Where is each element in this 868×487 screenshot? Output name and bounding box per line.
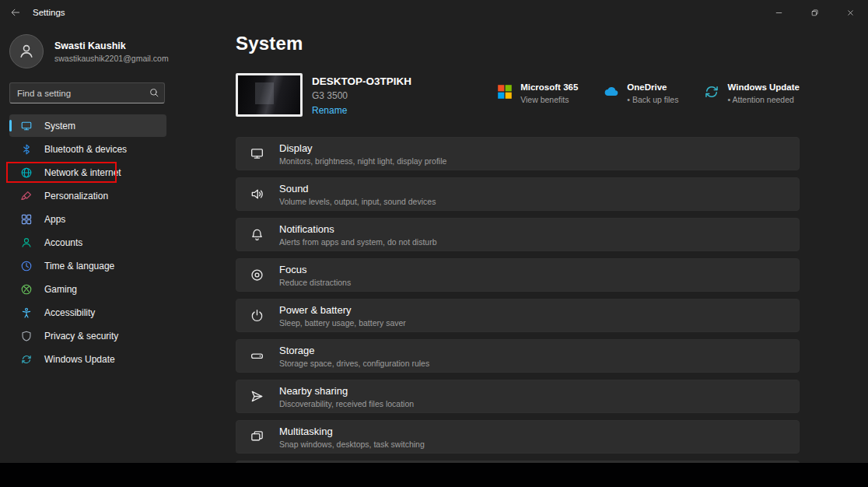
chevron-right-icon: [778, 351, 788, 361]
settings-row-subtitle: Monitors, brightness, night light, displ…: [279, 156, 446, 166]
sidebar-item-label: Accounts: [44, 237, 82, 248]
settings-row-notifications[interactable]: Notifications Alerts from apps and syste…: [236, 218, 800, 251]
status-card-title: Windows Update: [727, 82, 800, 92]
sidebar-item-privacy-security[interactable]: Privacy & security: [9, 324, 166, 347]
settings-row-subtitle: Snap windows, desktops, task switching: [279, 440, 425, 449]
shield-icon: [20, 330, 33, 342]
sidebar-item-label: Gaming: [44, 284, 77, 295]
accessibility-icon: [20, 307, 33, 319]
settings-row-subtitle: Alerts from apps and system, do not dist…: [279, 237, 437, 247]
close-icon: [846, 9, 855, 17]
maximize-restore-button[interactable]: [796, 0, 832, 25]
monitor-icon: [20, 120, 33, 132]
chevron-right-icon: [778, 310, 788, 321]
device-section: DESKTOP-O3TPIKH G3 3500 Rename Microsoft…: [236, 73, 800, 117]
titlebar: Settings: [0, 0, 868, 25]
sidebar-item-time-language[interactable]: Time & language: [9, 254, 166, 277]
sidebar-item-label: Privacy & security: [44, 331, 118, 342]
sidebar-item-label: Accessibility: [44, 307, 95, 318]
sidebar-item-accounts[interactable]: Accounts: [9, 231, 166, 254]
back-arrow-icon: [10, 7, 21, 18]
settings-rows: Display Monitors, brightness, night ligh…: [236, 137, 800, 472]
settings-row-power-battery[interactable]: Power & battery Sleep, battery usage, ba…: [236, 299, 800, 332]
monitor-icon: [250, 146, 264, 161]
person-icon: [18, 43, 35, 60]
status-card-subtitle: View benefits: [520, 95, 578, 104]
search-input[interactable]: [9, 82, 165, 103]
status-card-title: Microsoft 365: [520, 82, 578, 92]
app-title: Settings: [33, 8, 65, 17]
sidebar-item-label: System: [44, 121, 75, 131]
bell-icon: [250, 227, 264, 242]
settings-row-title: Focus: [279, 264, 351, 275]
gamepad-icon: [20, 283, 33, 296]
share-icon: [250, 389, 264, 404]
sidebar-item-label: Personalization: [44, 191, 108, 201]
ms365-icon: [496, 83, 513, 100]
focus-icon: [250, 268, 264, 282]
sidebar-item-personalization[interactable]: Personalization: [9, 184, 166, 207]
settings-row-storage[interactable]: Storage Storage space, drives, configura…: [236, 339, 800, 373]
status-cards: Microsoft 365 View benefits OneDrive • B…: [496, 73, 800, 117]
storage-icon: [250, 349, 264, 363]
page-title: System: [236, 33, 800, 54]
sidebar-item-label: Apps: [44, 214, 65, 225]
settings-row-sound[interactable]: Sound Volume levels, output, input, soun…: [236, 177, 800, 211]
status-card-title: OneDrive: [627, 82, 678, 92]
settings-row-subtitle: Storage space, drives, configuration rul…: [279, 359, 429, 368]
sidebar-item-gaming[interactable]: Gaming: [9, 278, 166, 300]
update-icon: [703, 83, 720, 100]
sidebar: Swasti Kaushik swastikaushik2201@gmail.c…: [0, 25, 226, 463]
settings-row-title: Notifications: [279, 223, 437, 235]
settings-row-display[interactable]: Display Monitors, brightness, night ligh…: [236, 137, 800, 170]
close-button[interactable]: [832, 0, 868, 25]
settings-row-focus[interactable]: Focus Reduce distractions: [236, 258, 800, 292]
multitask-icon: [250, 429, 264, 444]
power-icon: [250, 308, 264, 323]
clock-icon: [20, 260, 33, 272]
device-model: G3 3500: [312, 90, 411, 101]
minimize-button[interactable]: [761, 0, 796, 25]
apps-icon: [20, 213, 33, 226]
chevron-right-icon: [778, 189, 788, 199]
settings-row-title: Power & battery: [279, 304, 406, 316]
main-content: System DESKTOP-O3TPIKH G3 3500 Rename Mi…: [236, 25, 800, 463]
chevron-right-icon: [778, 229, 788, 240]
user-account-block[interactable]: Swasti Kaushik swastikaushik2201@gmail.c…: [9, 30, 216, 72]
user-name: Swasti Kaushik: [54, 40, 169, 51]
settings-row-nearby-sharing[interactable]: Nearby sharing Discoverability, received…: [236, 380, 800, 413]
search-box: [9, 82, 165, 103]
status-card-windows-update[interactable]: Windows Update • Attention needed: [703, 82, 800, 117]
bluetooth-icon: [20, 143, 33, 156]
window-controls: [761, 0, 868, 25]
sidebar-item-accessibility[interactable]: Accessibility: [9, 301, 166, 324]
settings-row-title: Display: [279, 142, 446, 154]
status-card-onedrive[interactable]: OneDrive • Back up files: [603, 82, 678, 117]
sidebar-item-label: Windows Update: [44, 354, 115, 365]
sidebar-item-bluetooth-devices[interactable]: Bluetooth & devices: [9, 138, 166, 160]
settings-row-title: Sound: [279, 183, 436, 194]
sidebar-item-apps[interactable]: Apps: [9, 208, 166, 230]
settings-row-title: Nearby sharing: [279, 385, 414, 397]
sidebar-item-windows-update[interactable]: Windows Update: [9, 348, 166, 370]
sidebar-item-network-internet[interactable]: Network & internet: [9, 161, 166, 184]
restore-icon: [810, 9, 819, 17]
brush-icon: [20, 190, 33, 202]
sidebar-item-system[interactable]: System: [9, 114, 166, 137]
status-card-microsoft-365[interactable]: Microsoft 365 View benefits: [496, 82, 578, 117]
settings-row-subtitle: Reduce distractions: [279, 278, 351, 287]
onedrive-icon: [603, 83, 620, 100]
back-button[interactable]: [3, 2, 28, 23]
status-card-subtitle: • Back up files: [627, 95, 678, 104]
search-icon[interactable]: [149, 87, 159, 98]
rename-link[interactable]: Rename: [312, 105, 347, 116]
chevron-right-icon: [778, 270, 788, 280]
minimize-icon: [775, 9, 783, 17]
chevron-right-icon: [778, 391, 788, 401]
settings-row-multitasking[interactable]: Multitasking Snap windows, desktops, tas…: [236, 420, 800, 454]
sidebar-item-label: Time & language: [44, 261, 114, 272]
update-icon: [20, 353, 33, 366]
settings-row-title: Storage: [279, 345, 429, 356]
status-card-subtitle: • Attention needed: [727, 95, 800, 104]
sidebar-nav: System Bluetooth & devices Network & int…: [9, 114, 216, 370]
